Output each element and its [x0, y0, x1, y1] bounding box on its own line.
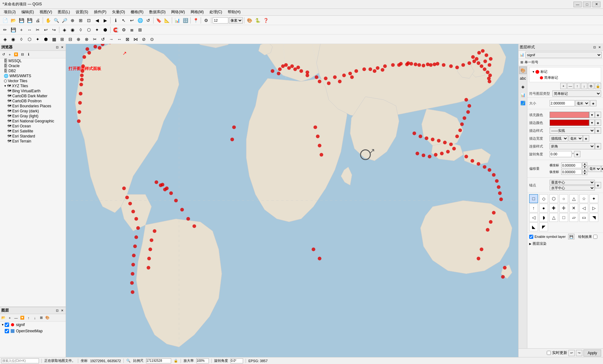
anchor-override[interactable]: ◈ [595, 182, 601, 188]
stroke-width-override[interactable]: ◈ [583, 135, 589, 142]
layer-signif-visibility[interactable] [5, 323, 9, 327]
layer-remove-btn[interactable]: — [13, 315, 19, 321]
geoprocessing-button[interactable]: ⚙ [202, 17, 210, 24]
undo-style-btn[interactable]: ↩ [568, 350, 575, 356]
advanced-btn5[interactable]: ✦ [34, 35, 41, 43]
offset-override[interactable]: ◈ [601, 166, 603, 172]
sym-star[interactable]: ☆ [579, 194, 588, 203]
zoom-prev-button[interactable]: ◀ [93, 17, 101, 24]
digitize-btn6[interactable]: ⬢ [101, 26, 109, 34]
offset-y-down[interactable]: ▼ [582, 172, 587, 175]
symbol-tree-root[interactable]: ▼ 标记 [531, 69, 599, 75]
menu-view[interactable]: 视图(V) [37, 9, 55, 15]
sym-plus2[interactable]: ✛ [559, 204, 568, 212]
sym-square[interactable]: □ [529, 194, 538, 203]
menu-layer[interactable]: 图层(L) [55, 9, 73, 15]
menu-project[interactable]: 项目(J) [1, 9, 18, 15]
menu-processing[interactable]: 处理(C) [207, 9, 225, 15]
size-unit-select[interactable]: 毫米 [575, 100, 589, 106]
identify-button[interactable]: ℹ [112, 17, 119, 24]
layer-group-btn[interactable]: ⊞ [38, 315, 44, 321]
browser-item-mssql[interactable]: 🗄 MSSQL [0, 58, 66, 63]
zoom-layer-button[interactable]: ⊡ [85, 17, 93, 24]
redo-button[interactable]: ↪ [50, 26, 58, 34]
browser-item-esri-standard[interactable]: 🗺 Esri Standard [0, 134, 66, 139]
advanced-btn1[interactable]: ◈ [1, 35, 9, 43]
browser-item-esri-boundaries[interactable]: 🗺 Esri Boundaries Places [0, 104, 66, 109]
style-manager-button[interactable]: 🎨 [246, 17, 253, 24]
digitize-btn1[interactable]: ◈ [61, 26, 68, 34]
anchor-h-select[interactable]: 水平中心 [550, 185, 595, 190]
browser-item-wms[interactable]: 🌐 WMS/WMTS [0, 73, 66, 78]
browser-item-esri-satellite[interactable]: 🗺 Esri Satellite [0, 129, 66, 134]
browser-collapse-btn[interactable]: ⊟ [19, 52, 25, 57]
save-as-button[interactable]: 💾 [26, 17, 33, 24]
rp-tab-masks[interactable]: ◈ [519, 83, 527, 90]
layer-add-btn[interactable]: + [7, 315, 13, 321]
advanced-btn11[interactable]: ⊗ [83, 35, 90, 43]
rp-tab-diagrams[interactable]: 📊 [519, 91, 527, 99]
deselect-button[interactable]: ↩ [128, 17, 136, 24]
save-project-button[interactable]: 💾 [18, 17, 25, 24]
fill-color-dropdown[interactable]: ▼ [589, 112, 595, 118]
browser-filter-btn[interactable]: 🔽 [13, 52, 19, 57]
layer-selector-dropdown[interactable]: signif [525, 52, 602, 58]
join-style-select[interactable]: 斜角 [550, 143, 595, 149]
sym-square2[interactable]: □ [559, 213, 568, 222]
sym-x-cross[interactable]: ✕ [569, 204, 578, 212]
select-button[interactable]: ↖ [120, 17, 128, 24]
advanced-btn4[interactable]: ⬡ [26, 35, 33, 43]
browser-properties-btn[interactable]: ℹ [26, 52, 31, 57]
stroke-color-override[interactable]: ◈ [595, 120, 601, 126]
move-feature-button[interactable]: ↔ [26, 26, 33, 34]
sym-right-arrow[interactable]: ▷ [589, 204, 598, 212]
offset-x-up[interactable]: ▲ [582, 162, 587, 165]
save-symbol-btn[interactable]: 💾 [568, 234, 574, 239]
symbol-type-select[interactable]: 简单标记 [552, 90, 601, 97]
size-input[interactable] [550, 100, 575, 106]
sym-up-btn[interactable]: ↑ [574, 83, 580, 89]
redo-style-btn[interactable]: ↪ [576, 350, 582, 356]
browser-item-carto-dark[interactable]: 🗺 CartoDB Dark Matter [0, 94, 66, 99]
browser-add-btn[interactable]: + [7, 52, 13, 57]
field-calc-button[interactable]: 🔢 [182, 17, 189, 24]
advanced-btn12[interactable]: ✂ [91, 35, 99, 43]
rp-tab-3d[interactable]: 🗾 [519, 99, 527, 107]
sym-left-tri[interactable]: ◁ [529, 213, 538, 222]
layers-panel-close-btn[interactable]: ✕ [60, 308, 64, 313]
browser-item-vector-tiles[interactable]: ⬡ Vector Tiles [0, 78, 66, 83]
save-edits-button[interactable]: 💾 [9, 26, 17, 34]
layer-osm-visibility[interactable] [5, 329, 9, 333]
advanced-btn14[interactable]: → [107, 35, 115, 43]
advanced-btn10[interactable]: ⊕ [75, 35, 82, 43]
digitize-btn4[interactable]: ⬡ [85, 26, 93, 34]
fill-color-override[interactable]: ◈ [595, 112, 601, 118]
menu-web[interactable]: 网络(W) [169, 9, 187, 15]
layer-style-close-btn[interactable]: ✕ [597, 45, 602, 50]
stroke-style-override[interactable]: ◈ [595, 127, 601, 134]
zoom-out-button[interactable]: 🔎 [61, 17, 68, 24]
advanced-btn17[interactable]: ⋈ [132, 35, 139, 43]
stroke-width-select[interactable]: 描线线 [550, 135, 568, 142]
font-size-input[interactable] [213, 17, 228, 24]
offset-y-input[interactable] [561, 169, 582, 175]
attribute-table-button[interactable]: 📊 [173, 17, 181, 24]
undo-button[interactable]: ↩ [42, 26, 50, 34]
delete-selected-button[interactable]: ✂ [34, 26, 41, 34]
snap-all-btn[interactable]: ≣ [128, 26, 136, 34]
browser-item-esri-terrain[interactable]: 🗺 Esri Terrain [0, 139, 66, 144]
advanced-btn8[interactable]: ⊞ [58, 35, 66, 43]
sym-lock-btn[interactable]: 🔒 [595, 83, 601, 89]
browser-item-oracle[interactable]: 🗄 Oracle [0, 63, 66, 68]
map-area[interactable]: 打开图层样式面板 ↗ [66, 44, 518, 357]
sym-add-btn[interactable]: + [560, 83, 567, 89]
offset-x-down[interactable]: ▼ [582, 165, 587, 169]
sym-bl-tri[interactable]: ◣ [529, 222, 538, 231]
stroke-style-select[interactable]: ——实线 [550, 127, 595, 134]
font-unit-select[interactable]: 像素 [229, 17, 243, 24]
rotation-status-input[interactable] [231, 358, 243, 363]
advanced-btn2[interactable]: ◉ [9, 35, 17, 43]
edit-toggle-button[interactable]: ✏ [1, 26, 9, 34]
menu-vector[interactable]: 矢量(O) [110, 9, 128, 15]
zoom-selection-button[interactable]: ⊞ [77, 17, 84, 24]
